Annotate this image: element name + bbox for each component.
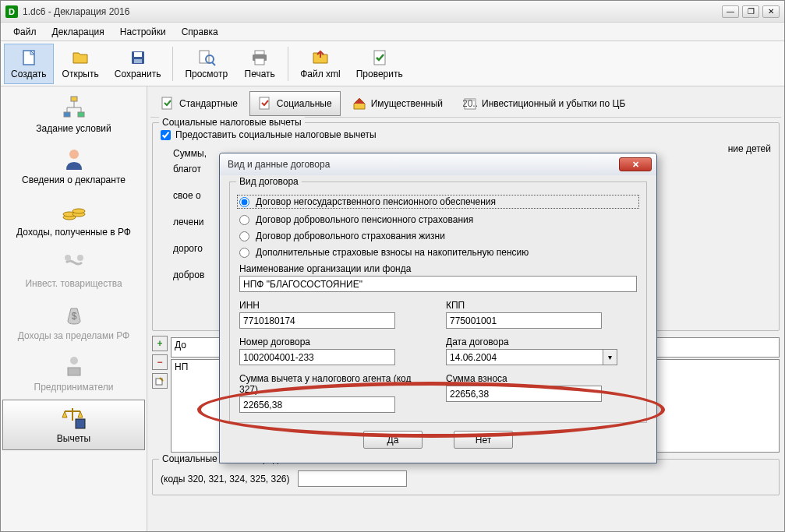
no-button[interactable]: Нет <box>454 431 513 449</box>
kpp-input[interactable] <box>446 312 602 329</box>
edit-icon <box>155 376 164 386</box>
contract-date-input[interactable] <box>446 349 603 365</box>
menubar: Файл Декларация Настройки Справка <box>1 23 784 41</box>
handshake-icon <box>62 250 87 275</box>
print-button[interactable]: Печать <box>236 44 283 84</box>
yes-button[interactable]: Да <box>363 431 423 449</box>
maximize-button[interactable]: ❐ <box>742 5 759 18</box>
list-row-1: До <box>175 340 186 351</box>
radio-npf[interactable] <box>239 197 249 207</box>
svg-rect-7 <box>255 51 264 55</box>
group-title: Социальные налоговые вычеты <box>159 117 305 128</box>
delete-button[interactable]: − <box>152 354 168 370</box>
sidebar-item-income-rf[interactable]: Доходы, полученные в РФ <box>2 193 145 243</box>
sidebar-label: Вычеты <box>57 433 90 444</box>
svg-rect-12 <box>64 112 70 117</box>
preview-button[interactable]: Просмотр <box>178 44 235 84</box>
modal-contract: Вид и данные договора ✕ Вид договора Дог… <box>219 153 657 463</box>
sidebar-item-declarant[interactable]: Сведения о декларанте <box>2 141 145 191</box>
tab-standard[interactable]: Стандартные <box>152 91 246 116</box>
magnifier-icon <box>197 48 216 67</box>
tool-label: Печать <box>245 69 275 79</box>
contribution-input[interactable] <box>446 386 602 402</box>
edit-button[interactable] <box>152 373 168 389</box>
children-fragment: ние детей <box>728 143 771 154</box>
tab-investment[interactable]: 20.. Инвестиционный и убытки по ЦБ <box>454 91 634 116</box>
minimize-button[interactable]: — <box>722 5 739 18</box>
check-red-icon <box>258 97 272 111</box>
menu-settings[interactable]: Настройки <box>114 24 172 40</box>
radio-label: Дополнительные страховые взносы на накоп… <box>256 247 529 258</box>
open-button[interactable]: Открыть <box>55 44 106 84</box>
sidebar-label: Задание условий <box>36 123 111 134</box>
toolbar: Создать Открыть Сохранить Просмотр Печат… <box>1 41 784 86</box>
add-button[interactable]: + <box>152 336 168 351</box>
date-picker-button[interactable]: ▾ <box>603 349 617 365</box>
expensive-label: дорого <box>161 243 203 254</box>
save-button[interactable]: Сохранить <box>108 44 168 84</box>
codes-label: (коды 320, 321, 324, 325, 326) <box>161 474 290 484</box>
tool-label: Создать <box>11 69 47 79</box>
list-row-2: НП <box>175 361 188 372</box>
group-agent-deductions: Социальные вычеты, предоставленные налог… <box>152 459 780 495</box>
create-button[interactable]: Создать <box>4 44 54 84</box>
sidebar-item-income-abroad: $ Доходы за пределами РФ <box>2 297 145 347</box>
contribution-label: Сумма взноса <box>446 373 637 384</box>
sidebar-label: Сведения о декларанте <box>22 174 126 185</box>
svg-point-23 <box>65 255 71 261</box>
deduction-input[interactable] <box>239 396 395 413</box>
contract-date-label: Дата договора <box>446 336 637 347</box>
tool-label: Открыть <box>62 69 99 79</box>
org-input[interactable] <box>239 276 637 292</box>
svg-rect-9 <box>255 58 264 65</box>
inn-label: ИНН <box>239 300 430 311</box>
sidebar-label: Доходы за пределами РФ <box>18 330 129 341</box>
provide-checkbox[interactable] <box>161 130 171 140</box>
close-button[interactable]: ✕ <box>762 5 780 18</box>
svg-point-22 <box>72 209 85 213</box>
radio-additional[interactable] <box>239 248 249 258</box>
sidebar-item-deductions[interactable]: Вычеты <box>2 400 145 449</box>
tab-social[interactable]: Социальные <box>249 91 341 116</box>
svg-rect-13 <box>78 112 84 117</box>
deduction-label: Сумма вычета у налогового агента (код 32… <box>239 373 430 395</box>
org-label: Наименование организации или фонда <box>239 263 637 274</box>
sidebar-item-entrepreneur: Предприниматели <box>2 348 145 398</box>
menu-help[interactable]: Справка <box>175 24 225 40</box>
modal-close-button[interactable]: ✕ <box>619 157 652 171</box>
radio-voluntary-pension[interactable] <box>239 215 249 225</box>
tab-property[interactable]: Имущественный <box>344 91 451 116</box>
tool-label: Просмотр <box>185 69 228 79</box>
own-label: свое о <box>161 190 201 201</box>
radio-life-insurance[interactable] <box>239 231 249 241</box>
xml-button[interactable]: Файл xml <box>293 44 348 84</box>
menu-file[interactable]: Файл <box>7 24 43 40</box>
svg-rect-30 <box>76 419 85 428</box>
codes-input[interactable] <box>298 470 407 487</box>
save-icon <box>129 48 147 67</box>
treatment-label: лечени <box>161 217 204 227</box>
menu-declaration[interactable]: Декларация <box>46 24 111 40</box>
voluntary-label: добров <box>161 270 204 280</box>
svg-rect-32 <box>260 97 269 109</box>
svg-point-18 <box>69 150 79 159</box>
fieldset-title: Вид договора <box>236 176 302 187</box>
sidebar: Задание условий Сведения о декларанте До… <box>1 86 147 531</box>
svg-rect-2 <box>134 52 142 57</box>
contract-no-input[interactable] <box>239 349 395 365</box>
printer-icon <box>250 48 269 67</box>
radio-label: Договор добровольного пенсионного страхо… <box>256 214 473 225</box>
folder-open-icon <box>71 48 90 67</box>
svg-rect-3 <box>134 59 142 63</box>
app-icon: D <box>5 5 18 18</box>
briefcase-person-icon <box>62 354 87 379</box>
sidebar-item-conditions[interactable]: Задание условий <box>2 90 145 139</box>
modal-title: Вид и данные договора <box>225 159 619 170</box>
check-button[interactable]: Проверить <box>349 44 410 84</box>
tool-label: Файл xml <box>300 69 341 79</box>
svg-point-26 <box>70 357 78 365</box>
kpp-label: КПП <box>446 300 637 311</box>
tab-label: Стандартные <box>179 98 238 109</box>
contract-no-label: Номер договора <box>239 336 430 347</box>
inn-input[interactable] <box>239 312 395 329</box>
